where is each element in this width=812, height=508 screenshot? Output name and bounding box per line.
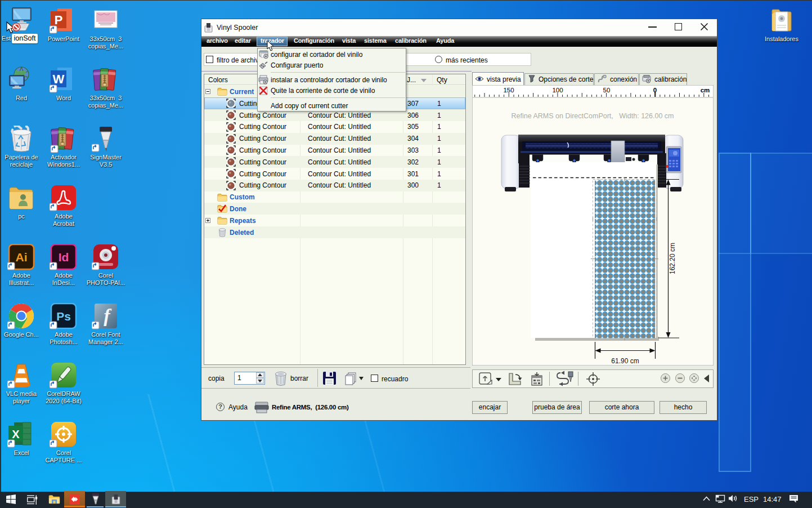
svg-text:Id: Id [59,251,69,264]
svg-text:100: 100 [552,87,563,93]
svg-text:Ps: Ps [56,310,71,323]
svg-text:0: 0 [653,87,657,93]
svg-text:X: X [12,428,20,440]
svg-text:162.20 cm: 162.20 cm [669,243,676,274]
svg-text:P: P [55,13,63,27]
svg-text:cm: cm [701,87,710,93]
svg-text:150: 150 [503,87,514,93]
svg-text:W: W [53,72,65,86]
svg-text:61.90 cm: 61.90 cm [611,357,639,365]
svg-text:50: 50 [603,87,611,93]
svg-text:Refine ARMS on DirectComPort,: Refine ARMS on DirectComPort, Width: 126… [512,112,674,120]
svg-text:Ai: Ai [16,251,28,264]
